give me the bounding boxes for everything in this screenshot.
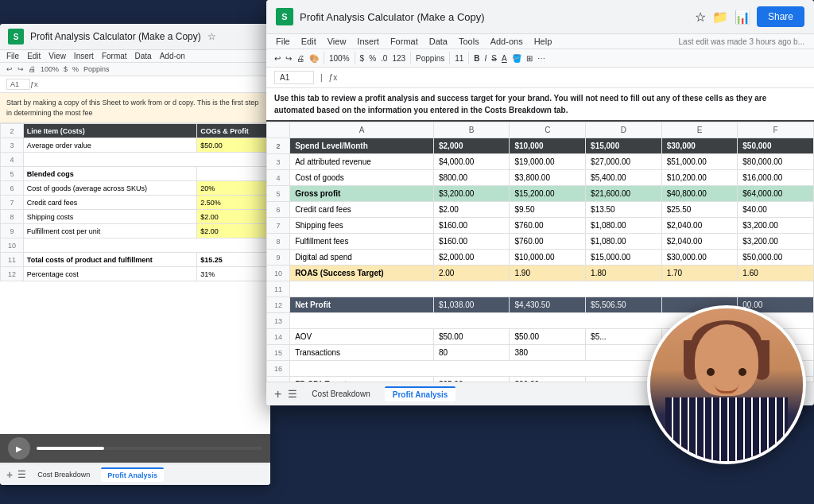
front-col-15000: $15,000 <box>586 138 662 154</box>
front-more-icon[interactable]: ⋯ <box>537 54 545 63</box>
back-cell-pct-val: 31% <box>197 267 270 281</box>
front-row-8: 8 Fulfillment fees $160.00 $760.00 $1,08… <box>267 234 814 250</box>
back-tab-add[interactable]: + <box>6 468 13 481</box>
front-fontsize[interactable]: 11 <box>455 54 463 63</box>
front-gross-30k: $40,800.00 <box>661 186 738 202</box>
front-cell-ref[interactable]: A1 <box>274 71 314 84</box>
back-toolbar-zoom[interactable]: 100% <box>41 65 59 73</box>
front-cc-30k: $25.50 <box>661 202 738 218</box>
front-menu-data[interactable]: Data <box>429 37 448 46</box>
front-cog-10k: $3,800.00 <box>510 170 586 186</box>
front-digital-label: Digital ad spend <box>290 250 434 266</box>
front-tab-cost[interactable]: Cost Breakdown <box>304 387 378 401</box>
front-drive-icon: 📁 <box>712 10 728 25</box>
front-row-5-num: 5 <box>267 186 290 202</box>
front-tab-menu[interactable]: ☰ <box>288 388 297 400</box>
front-fx-icon: ƒx <box>329 73 338 82</box>
front-print[interactable]: 🖨 <box>297 54 304 63</box>
back-play-button[interactable]: ▶ <box>8 437 30 459</box>
front-row-12-num: 12 <box>267 297 290 313</box>
front-trans-label: Transactions <box>290 345 434 361</box>
front-roas-2k: 2.00 <box>433 266 510 281</box>
front-aov-2k: $50.00 <box>433 329 510 345</box>
front-menu-insert[interactable]: Insert <box>357 37 379 46</box>
front-fulfill-50k: $3,200.00 <box>738 234 814 250</box>
back-menu-insert[interactable]: Insert <box>74 52 94 60</box>
front-row-3-num: 3 <box>267 154 290 170</box>
back-menu-data[interactable]: Data <box>135 52 152 60</box>
front-menu-edit[interactable]: Edit <box>301 37 316 46</box>
front-bold[interactable]: B <box>474 54 479 63</box>
back-menu-view[interactable]: View <box>48 52 66 60</box>
front-roas-50k: 1.60 <box>738 266 814 281</box>
front-cog-2k: $800.00 <box>433 170 510 186</box>
front-ad-rev-2k: $4,000.00 <box>433 154 510 170</box>
front-ad-rev-30k: $51,000.00 <box>661 154 738 170</box>
back-cell-total-costs: Total costs of product and fulfillment <box>23 253 197 267</box>
back-menu-file[interactable]: File <box>6 52 19 60</box>
back-menu-addons[interactable]: Add-on <box>160 52 185 60</box>
front-col-10000: $10,000 <box>510 138 586 154</box>
front-decimal2[interactable]: 123 <box>392 54 405 63</box>
front-roas-label: ROAS (Success Target) <box>290 266 434 281</box>
back-cell-fulfillment: Fulfillment cost per unit <box>23 224 197 238</box>
back-toolbar-print[interactable]: 🖨 <box>29 65 36 73</box>
back-toolbar-redo[interactable]: ↪ <box>17 65 24 73</box>
back-toolbar-percent[interactable]: % <box>72 65 79 73</box>
back-menu-bar: File Edit View Insert Format Data Add-on <box>0 50 270 63</box>
front-undo[interactable]: ↩ <box>274 54 281 63</box>
front-zoom[interactable]: 100% <box>329 54 350 63</box>
front-menu-addons[interactable]: Add-ons <box>490 37 523 46</box>
front-cc-label: Credit card fees <box>290 202 434 218</box>
back-tab-profit[interactable]: Profit Analysis <box>101 467 164 482</box>
front-menu-tools[interactable]: Tools <box>459 37 479 46</box>
front-net-label: Net Profit <box>290 297 434 313</box>
front-row-9: 9 Digital ad spend $2,000.00 $10,000.00 … <box>267 250 814 266</box>
front-ship-50k: $3,200.00 <box>738 218 814 234</box>
front-decimal[interactable]: .0 <box>381 54 387 63</box>
back-menu-edit[interactable]: Edit <box>27 52 41 60</box>
back-play-icon: ▶ <box>16 444 22 453</box>
front-ad-rev-10k: $19,000.00 <box>510 154 586 170</box>
front-trans-2k: 80 <box>433 345 510 361</box>
front-tab-profit[interactable]: Profit Analysis <box>385 386 456 401</box>
front-ad-revenue-label: Ad attributed revenue <box>290 154 434 170</box>
back-title-bar: S Profit Analysis Calculator (Make a Cop… <box>0 24 270 50</box>
front-menu-format[interactable]: Format <box>390 37 418 46</box>
back-menu-format[interactable]: Format <box>102 52 127 60</box>
front-strikethrough[interactable]: S <box>491 54 497 63</box>
front-menu-view[interactable]: View <box>328 37 347 46</box>
front-fill-color[interactable]: 🪣 <box>512 54 521 63</box>
back-tab-cost[interactable]: Cost Breakdown <box>31 468 96 481</box>
toolbar-sep-3 <box>410 52 411 64</box>
front-tab-add[interactable]: + <box>274 387 281 401</box>
front-font[interactable]: Poppins <box>416 54 444 63</box>
front-info-banner: Use this tab to review a profit analysis… <box>266 88 814 122</box>
front-menu-file[interactable]: File <box>276 37 290 46</box>
front-title-bar: S Profit Analysis Calculator (Make a Cop… <box>266 0 814 34</box>
front-ship-2k: $160.00 <box>433 218 510 234</box>
front-grid-icon[interactable]: ⊞ <box>526 54 533 63</box>
person-avatar <box>647 305 806 464</box>
front-cog-15k: $5,400.00 <box>586 170 662 186</box>
back-progress-bar[interactable] <box>37 447 262 450</box>
front-dollar[interactable]: $ <box>360 54 365 63</box>
front-percent[interactable]: % <box>369 54 376 63</box>
front-cc-10k: $9.50 <box>510 202 586 218</box>
front-paint[interactable]: 🎨 <box>309 54 319 63</box>
back-formula-bar: A1 ƒx <box>0 76 270 93</box>
front-row-3: 3 Ad attributed revenue $4,000.00 $19,00… <box>267 154 814 170</box>
back-tab-menu[interactable]: ☰ <box>17 469 26 480</box>
front-col-30000: $30,000 <box>661 138 738 154</box>
back-toolbar-undo[interactable]: ↩ <box>6 65 13 73</box>
back-toolbar-dollar[interactable]: $ <box>64 65 68 73</box>
back-toolbar-font[interactable]: Poppins <box>83 65 110 73</box>
front-digital-15k: $15,000.00 <box>586 250 662 266</box>
toolbar-sep-2 <box>355 52 355 64</box>
front-italic[interactable]: I <box>485 54 487 63</box>
front-menu-help[interactable]: Help <box>534 37 552 46</box>
front-redo[interactable]: ↪ <box>285 54 292 63</box>
front-share-button[interactable]: Share <box>757 6 804 27</box>
front-roas-15k: 1.80 <box>586 266 662 281</box>
front-underline[interactable]: A <box>502 54 507 63</box>
